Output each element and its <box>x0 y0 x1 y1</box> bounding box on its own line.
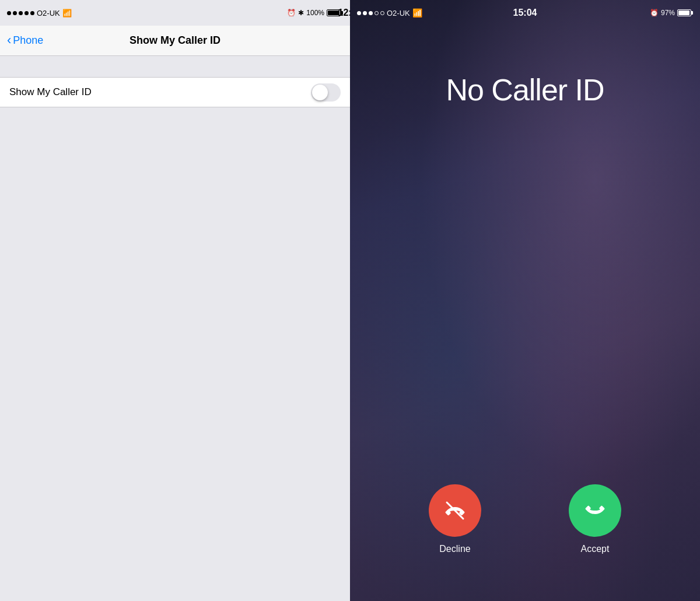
signal-dot-3 <box>19 11 23 15</box>
alarm-icon-right: ⏰ <box>650 9 659 17</box>
call-buttons-area: Decline Accept <box>350 484 700 601</box>
nav-back-button[interactable]: ‹ Phone <box>7 34 43 48</box>
left-status-left: O2-UK 📶 <box>7 9 72 18</box>
caller-id-row: Show My Caller ID <box>0 78 350 107</box>
carrier-left: O2-UK <box>37 9 60 18</box>
signal-dot-5 <box>30 11 34 15</box>
right-status-left: ⏰ ✱ 100% <box>287 9 343 17</box>
signal-dot-r1 <box>357 11 361 15</box>
time-right: 15:04 <box>513 8 537 18</box>
decline-label: Decline <box>439 544 470 554</box>
battery-body-left <box>327 9 341 16</box>
signal-dot-r2 <box>363 11 367 15</box>
chevron-back-icon: ‹ <box>7 33 11 48</box>
toggle-knob <box>312 85 328 100</box>
settings-content-area <box>0 107 350 601</box>
decline-phone-icon <box>442 498 468 523</box>
caller-id-toggle[interactable] <box>311 83 341 102</box>
battery-fill-left <box>328 11 340 15</box>
battery-tip-right <box>691 11 693 15</box>
nav-title: Show My Caller ID <box>130 34 220 47</box>
status-bar-right: O2-UK 📶 15:04 ⏰ 97% <box>350 0 700 26</box>
left-status-right: O2-UK 📶 <box>357 8 422 18</box>
settings-spacer <box>0 56 350 77</box>
signal-dot-r4 <box>374 11 379 15</box>
battery-icon-right <box>677 9 693 16</box>
battery-icon-left <box>327 9 343 16</box>
battery-body-right <box>677 9 691 16</box>
back-label[interactable]: Phone <box>13 34 43 47</box>
left-panel: O2-UK 📶 12:13 ⏰ ✱ 100% ‹ Phone Show My C… <box>0 0 350 601</box>
battery-pct-left: 100% <box>306 9 324 17</box>
status-bar-left: O2-UK 📶 12:13 ⏰ ✱ 100% <box>0 0 350 26</box>
caller-name: No Caller ID <box>446 72 604 107</box>
signal-dot-1 <box>7 11 11 15</box>
right-panel: O2-UK 📶 15:04 ⏰ 97% No Caller ID <box>350 0 700 601</box>
decline-wrapper: Decline <box>429 484 481 554</box>
signal-dots-right <box>357 11 384 15</box>
accept-label: Accept <box>581 544 610 554</box>
wifi-icon-right: 📶 <box>412 8 422 18</box>
alarm-icon-left: ⏰ <box>287 9 296 17</box>
signal-dots <box>7 11 34 15</box>
carrier-right: O2-UK <box>387 9 410 18</box>
decline-button[interactable] <box>429 484 481 537</box>
battery-pct-right: 97% <box>661 9 675 17</box>
signal-dot-2 <box>13 11 17 15</box>
wifi-icon-left: 📶 <box>62 9 72 18</box>
settings-section: Show My Caller ID <box>0 77 350 107</box>
accept-wrapper: Accept <box>569 484 621 554</box>
call-content: No Caller ID <box>350 26 700 484</box>
signal-dot-r3 <box>369 11 373 15</box>
accept-phone-icon <box>582 498 608 523</box>
accept-button[interactable] <box>569 484 621 537</box>
signal-dot-r5 <box>380 11 384 15</box>
caller-id-label: Show My Caller ID <box>9 86 92 98</box>
bluetooth-icon-left: ✱ <box>298 9 304 17</box>
battery-fill-right <box>678 11 690 15</box>
signal-dot-4 <box>24 11 29 15</box>
nav-bar-left: ‹ Phone Show My Caller ID <box>0 26 350 56</box>
right-status-right: ⏰ 97% <box>650 9 693 17</box>
